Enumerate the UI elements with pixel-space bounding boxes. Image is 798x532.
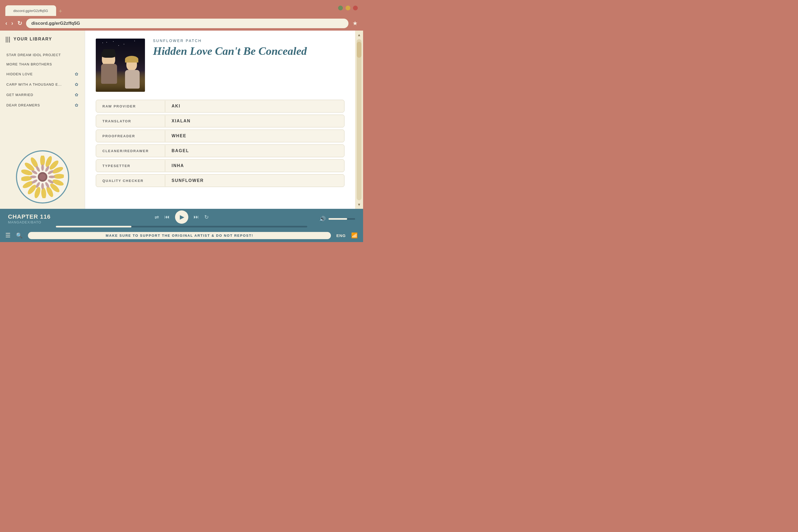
credit-row-translator: TRANSLATOR XIALAN bbox=[96, 115, 344, 128]
credit-label: TRANSLATOR bbox=[96, 115, 165, 127]
main-container: ||| YOUR LIBRARY STAR DREAM IDOL PROJECT… bbox=[0, 31, 363, 209]
forward-button[interactable]: › bbox=[11, 20, 13, 27]
scroll-down-button[interactable]: ▼ bbox=[356, 202, 362, 208]
sidebar-item-dear-dreamers[interactable]: DEAR DREAMERS ✿ bbox=[0, 100, 85, 110]
new-tab-button[interactable]: + bbox=[59, 8, 62, 15]
shuffle-button[interactable]: ⇌ bbox=[155, 214, 159, 220]
scroll-track[interactable] bbox=[357, 39, 361, 200]
chapter-title: CHAPTER 116 bbox=[8, 213, 51, 220]
manga-title: Hidden Love Can't Be Concealed bbox=[153, 45, 344, 57]
player-controls: ⇌ ⏮ ▶ ⏭ ↻ bbox=[56, 210, 307, 227]
flower-icon: ✿ bbox=[75, 92, 78, 97]
credit-row-typesetter: TYPESETTER INHA bbox=[96, 159, 344, 172]
credit-row-quality: QUALITY CHECKER SUNFLOWER bbox=[96, 174, 344, 187]
sidebar-item-label: STAR DREAM IDOL PROJECT bbox=[6, 53, 61, 57]
play-icon: ▶ bbox=[180, 214, 184, 221]
svg-point-23 bbox=[35, 182, 41, 188]
play-button[interactable]: ▶ bbox=[175, 210, 188, 224]
browser-chrome: discord.gg/erG2zffq5G + bbox=[0, 0, 363, 16]
close-button[interactable] bbox=[353, 5, 358, 11]
bottom-bar: ☰ 🔍 MAKE SURE TO SUPPORT THE ORIGINAL AR… bbox=[0, 229, 363, 242]
language-button[interactable]: ENG bbox=[336, 233, 346, 238]
refresh-button[interactable]: ↻ bbox=[17, 20, 22, 27]
sidebar-item-label: DEAR DREAMERS bbox=[6, 103, 40, 107]
menu-button[interactable]: ☰ bbox=[5, 232, 11, 239]
control-buttons: ⇌ ⏮ ▶ ⏭ ↻ bbox=[155, 210, 209, 224]
credit-label: CLEANER/REDRAWER bbox=[96, 145, 165, 157]
active-tab[interactable]: discord.gg/erG2zffq5G bbox=[5, 5, 56, 16]
svg-point-22 bbox=[41, 183, 44, 189]
manga-info: SUNFLOWER PATCH Hidden Love Can't Be Con… bbox=[153, 39, 344, 92]
scroll-thumb[interactable] bbox=[357, 42, 361, 58]
address-bar[interactable]: discord.gg/erG2zffq5G bbox=[26, 19, 348, 28]
credit-label: PROOFREADER bbox=[96, 130, 165, 142]
back-button[interactable]: ‹ bbox=[5, 20, 7, 27]
window-controls bbox=[338, 5, 358, 11]
chapter-source: MANGADEX/BATO bbox=[8, 220, 51, 224]
volume-bar[interactable] bbox=[328, 218, 355, 220]
svg-point-29 bbox=[39, 174, 46, 180]
minimize-button[interactable] bbox=[338, 5, 343, 11]
credit-value: BAGEL bbox=[165, 145, 195, 157]
tab-label: discord.gg/erG2zffq5G bbox=[13, 9, 48, 13]
progress-fill bbox=[56, 226, 131, 227]
svg-point-8 bbox=[41, 187, 46, 198]
scroll-up-button[interactable]: ▲ bbox=[356, 32, 362, 38]
credits-table: RAW PROVIDER AKI TRANSLATOR XIALAN PROOF… bbox=[96, 100, 344, 187]
credit-value: AKI bbox=[165, 100, 187, 112]
content-area: SUNFLOWER PATCH Hidden Love Can't Be Con… bbox=[85, 31, 355, 209]
credit-label: RAW PROVIDER bbox=[96, 100, 165, 112]
sidebar-item-hidden-love[interactable]: HIDDEN LOVE ✿ bbox=[0, 69, 85, 79]
volume-icon: 🔊 bbox=[319, 216, 326, 222]
sidebar-item-label: MORE THAN BROTHERS bbox=[6, 62, 52, 66]
search-button[interactable]: 🔍 bbox=[16, 232, 23, 239]
credit-value: SUNFLOWER bbox=[165, 174, 210, 187]
maximize-button[interactable] bbox=[345, 5, 350, 11]
scrollbar: ▲ ▼ bbox=[355, 31, 363, 209]
publisher-label: SUNFLOWER PATCH bbox=[153, 39, 344, 43]
sidebar-item-more-than-brothers[interactable]: MORE THAN BROTHERS bbox=[0, 60, 85, 69]
announcement-bar: MAKE SURE TO SUPPORT THE ORIGINAL ARTIST… bbox=[28, 232, 331, 239]
svg-point-19 bbox=[49, 175, 55, 178]
repeat-button[interactable]: ↻ bbox=[204, 214, 209, 220]
manga-header: SUNFLOWER PATCH Hidden Love Can't Be Con… bbox=[96, 39, 344, 92]
credit-row-raw: RAW PROVIDER AKI bbox=[96, 100, 344, 113]
credit-value: INHA bbox=[165, 159, 190, 172]
sunflower-logo-area bbox=[0, 145, 85, 209]
sidebar-list: STAR DREAM IDOL PROJECT MORE THAN BROTHE… bbox=[0, 48, 85, 145]
tab-area: discord.gg/erG2zffq5G + bbox=[5, 0, 338, 16]
volume-area: 🔊 bbox=[312, 216, 355, 222]
sidebar: ||| YOUR LIBRARY STAR DREAM IDOL PROJECT… bbox=[0, 31, 85, 209]
svg-point-16 bbox=[41, 165, 44, 171]
sidebar-item-label: CARP WITH A THOUSAND E... bbox=[6, 82, 62, 87]
library-icon: ||| bbox=[5, 35, 11, 43]
credit-row-proofreader: PROOFREADER WHEE bbox=[96, 130, 344, 142]
flower-icon: ✿ bbox=[75, 72, 78, 77]
svg-point-25 bbox=[30, 175, 36, 178]
volume-fill bbox=[328, 218, 347, 220]
sidebar-item-carp[interactable]: CARP WITH A THOUSAND E... ✿ bbox=[0, 79, 85, 90]
bookmark-button[interactable]: ★ bbox=[353, 20, 358, 27]
credit-row-cleaner: CLEANER/REDRAWER BAGEL bbox=[96, 145, 344, 157]
sunflower-circle bbox=[16, 150, 69, 204]
progress-bar[interactable] bbox=[56, 226, 307, 227]
credit-label: QUALITY CHECKER bbox=[96, 175, 165, 187]
next-button[interactable]: ⏭ bbox=[194, 214, 199, 220]
browser-nav: ‹ › ↻ discord.gg/erG2zffq5G ★ bbox=[0, 16, 363, 31]
sidebar-header: ||| YOUR LIBRARY bbox=[0, 31, 85, 48]
sidebar-item-label: HIDDEN LOVE bbox=[6, 72, 33, 76]
sidebar-item-get-married[interactable]: GET MARRIED ✿ bbox=[0, 90, 85, 100]
credit-value: WHEE bbox=[165, 130, 193, 142]
sidebar-item-label: GET MARRIED bbox=[6, 93, 33, 97]
chapter-info: CHAPTER 116 MANGADEX/BATO bbox=[8, 213, 51, 224]
credit-value: XIALAN bbox=[165, 115, 197, 127]
prev-button[interactable]: ⏮ bbox=[165, 214, 170, 220]
manga-cover bbox=[96, 39, 145, 92]
sidebar-title: YOUR LIBRARY bbox=[14, 37, 52, 41]
sunflower-svg bbox=[21, 156, 64, 198]
sidebar-item-star-dream[interactable]: STAR DREAM IDOL PROJECT bbox=[0, 50, 85, 60]
flower-icon: ✿ bbox=[75, 103, 78, 108]
flower-icon: ✿ bbox=[75, 82, 78, 87]
credit-label: TYPESETTER bbox=[96, 160, 165, 172]
wifi-icon: 📶 bbox=[351, 232, 358, 239]
